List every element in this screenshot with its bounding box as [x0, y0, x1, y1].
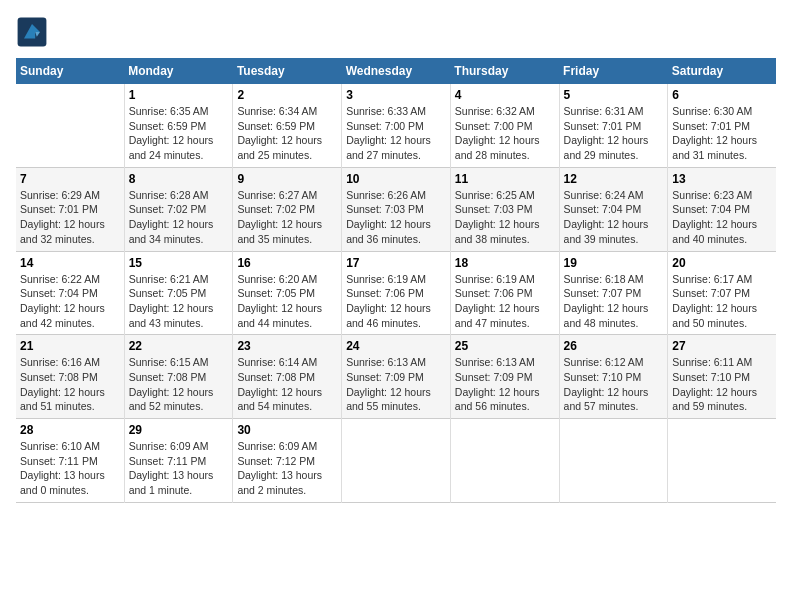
day-number: 2: [237, 88, 337, 102]
day-number: 13: [672, 172, 772, 186]
day-number: 22: [129, 339, 229, 353]
calendar-cell: 9Sunrise: 6:27 AMSunset: 7:02 PMDaylight…: [233, 167, 342, 251]
day-number: 24: [346, 339, 446, 353]
calendar-cell: 18Sunrise: 6:19 AMSunset: 7:06 PMDayligh…: [450, 251, 559, 335]
day-info: Sunrise: 6:23 AMSunset: 7:04 PMDaylight:…: [672, 188, 772, 247]
calendar-header-row: SundayMondayTuesdayWednesdayThursdayFrid…: [16, 58, 776, 84]
day-number: 1: [129, 88, 229, 102]
col-header-sunday: Sunday: [16, 58, 124, 84]
day-info: Sunrise: 6:19 AMSunset: 7:06 PMDaylight:…: [455, 272, 555, 331]
day-number: 12: [564, 172, 664, 186]
day-number: 18: [455, 256, 555, 270]
calendar-week-row: 1Sunrise: 6:35 AMSunset: 6:59 PMDaylight…: [16, 84, 776, 167]
logo-icon: [16, 16, 48, 48]
day-info: Sunrise: 6:30 AMSunset: 7:01 PMDaylight:…: [672, 104, 772, 163]
calendar-cell: 1Sunrise: 6:35 AMSunset: 6:59 PMDaylight…: [124, 84, 233, 167]
day-info: Sunrise: 6:22 AMSunset: 7:04 PMDaylight:…: [20, 272, 120, 331]
day-info: Sunrise: 6:12 AMSunset: 7:10 PMDaylight:…: [564, 355, 664, 414]
day-info: Sunrise: 6:13 AMSunset: 7:09 PMDaylight:…: [346, 355, 446, 414]
col-header-thursday: Thursday: [450, 58, 559, 84]
calendar-cell: [16, 84, 124, 167]
day-info: Sunrise: 6:31 AMSunset: 7:01 PMDaylight:…: [564, 104, 664, 163]
day-info: Sunrise: 6:33 AMSunset: 7:00 PMDaylight:…: [346, 104, 446, 163]
day-info: Sunrise: 6:09 AMSunset: 7:12 PMDaylight:…: [237, 439, 337, 498]
calendar-cell: 30Sunrise: 6:09 AMSunset: 7:12 PMDayligh…: [233, 419, 342, 503]
day-number: 27: [672, 339, 772, 353]
col-header-saturday: Saturday: [668, 58, 776, 84]
calendar-cell: 16Sunrise: 6:20 AMSunset: 7:05 PMDayligh…: [233, 251, 342, 335]
col-header-friday: Friday: [559, 58, 668, 84]
day-info: Sunrise: 6:15 AMSunset: 7:08 PMDaylight:…: [129, 355, 229, 414]
day-info: Sunrise: 6:28 AMSunset: 7:02 PMDaylight:…: [129, 188, 229, 247]
day-number: 25: [455, 339, 555, 353]
day-info: Sunrise: 6:20 AMSunset: 7:05 PMDaylight:…: [237, 272, 337, 331]
day-info: Sunrise: 6:27 AMSunset: 7:02 PMDaylight:…: [237, 188, 337, 247]
calendar-week-row: 14Sunrise: 6:22 AMSunset: 7:04 PMDayligh…: [16, 251, 776, 335]
day-number: 26: [564, 339, 664, 353]
calendar-week-row: 28Sunrise: 6:10 AMSunset: 7:11 PMDayligh…: [16, 419, 776, 503]
calendar-cell: 19Sunrise: 6:18 AMSunset: 7:07 PMDayligh…: [559, 251, 668, 335]
day-number: 7: [20, 172, 120, 186]
day-number: 15: [129, 256, 229, 270]
logo: [16, 16, 54, 48]
calendar-cell: 25Sunrise: 6:13 AMSunset: 7:09 PMDayligh…: [450, 335, 559, 419]
day-info: Sunrise: 6:17 AMSunset: 7:07 PMDaylight:…: [672, 272, 772, 331]
calendar-cell: 2Sunrise: 6:34 AMSunset: 6:59 PMDaylight…: [233, 84, 342, 167]
day-number: 23: [237, 339, 337, 353]
calendar-cell: 11Sunrise: 6:25 AMSunset: 7:03 PMDayligh…: [450, 167, 559, 251]
calendar-week-row: 7Sunrise: 6:29 AMSunset: 7:01 PMDaylight…: [16, 167, 776, 251]
calendar-cell: 27Sunrise: 6:11 AMSunset: 7:10 PMDayligh…: [668, 335, 776, 419]
day-info: Sunrise: 6:21 AMSunset: 7:05 PMDaylight:…: [129, 272, 229, 331]
day-info: Sunrise: 6:34 AMSunset: 6:59 PMDaylight:…: [237, 104, 337, 163]
day-number: 17: [346, 256, 446, 270]
calendar-cell: 15Sunrise: 6:21 AMSunset: 7:05 PMDayligh…: [124, 251, 233, 335]
day-info: Sunrise: 6:10 AMSunset: 7:11 PMDaylight:…: [20, 439, 120, 498]
col-header-monday: Monday: [124, 58, 233, 84]
calendar-cell: [559, 419, 668, 503]
day-number: 21: [20, 339, 120, 353]
day-number: 14: [20, 256, 120, 270]
calendar-cell: 20Sunrise: 6:17 AMSunset: 7:07 PMDayligh…: [668, 251, 776, 335]
day-number: 5: [564, 88, 664, 102]
calendar-cell: 8Sunrise: 6:28 AMSunset: 7:02 PMDaylight…: [124, 167, 233, 251]
calendar-cell: 29Sunrise: 6:09 AMSunset: 7:11 PMDayligh…: [124, 419, 233, 503]
calendar-cell: 26Sunrise: 6:12 AMSunset: 7:10 PMDayligh…: [559, 335, 668, 419]
day-info: Sunrise: 6:19 AMSunset: 7:06 PMDaylight:…: [346, 272, 446, 331]
calendar-cell: 14Sunrise: 6:22 AMSunset: 7:04 PMDayligh…: [16, 251, 124, 335]
day-number: 19: [564, 256, 664, 270]
calendar-cell: [450, 419, 559, 503]
calendar-cell: 23Sunrise: 6:14 AMSunset: 7:08 PMDayligh…: [233, 335, 342, 419]
calendar-cell: 12Sunrise: 6:24 AMSunset: 7:04 PMDayligh…: [559, 167, 668, 251]
calendar-cell: 13Sunrise: 6:23 AMSunset: 7:04 PMDayligh…: [668, 167, 776, 251]
col-header-tuesday: Tuesday: [233, 58, 342, 84]
calendar-cell: 22Sunrise: 6:15 AMSunset: 7:08 PMDayligh…: [124, 335, 233, 419]
day-number: 3: [346, 88, 446, 102]
page-header: [16, 16, 776, 48]
day-info: Sunrise: 6:09 AMSunset: 7:11 PMDaylight:…: [129, 439, 229, 498]
day-number: 9: [237, 172, 337, 186]
day-info: Sunrise: 6:35 AMSunset: 6:59 PMDaylight:…: [129, 104, 229, 163]
day-number: 28: [20, 423, 120, 437]
day-number: 8: [129, 172, 229, 186]
calendar-week-row: 21Sunrise: 6:16 AMSunset: 7:08 PMDayligh…: [16, 335, 776, 419]
day-info: Sunrise: 6:24 AMSunset: 7:04 PMDaylight:…: [564, 188, 664, 247]
day-info: Sunrise: 6:25 AMSunset: 7:03 PMDaylight:…: [455, 188, 555, 247]
day-info: Sunrise: 6:11 AMSunset: 7:10 PMDaylight:…: [672, 355, 772, 414]
day-info: Sunrise: 6:32 AMSunset: 7:00 PMDaylight:…: [455, 104, 555, 163]
day-info: Sunrise: 6:29 AMSunset: 7:01 PMDaylight:…: [20, 188, 120, 247]
calendar-cell: 7Sunrise: 6:29 AMSunset: 7:01 PMDaylight…: [16, 167, 124, 251]
day-number: 11: [455, 172, 555, 186]
calendar-cell: 21Sunrise: 6:16 AMSunset: 7:08 PMDayligh…: [16, 335, 124, 419]
calendar-cell: [342, 419, 451, 503]
calendar-cell: 17Sunrise: 6:19 AMSunset: 7:06 PMDayligh…: [342, 251, 451, 335]
day-number: 30: [237, 423, 337, 437]
calendar-cell: 5Sunrise: 6:31 AMSunset: 7:01 PMDaylight…: [559, 84, 668, 167]
day-number: 4: [455, 88, 555, 102]
day-number: 20: [672, 256, 772, 270]
col-header-wednesday: Wednesday: [342, 58, 451, 84]
day-info: Sunrise: 6:13 AMSunset: 7:09 PMDaylight:…: [455, 355, 555, 414]
calendar-table: SundayMondayTuesdayWednesdayThursdayFrid…: [16, 58, 776, 503]
calendar-cell: 4Sunrise: 6:32 AMSunset: 7:00 PMDaylight…: [450, 84, 559, 167]
day-info: Sunrise: 6:26 AMSunset: 7:03 PMDaylight:…: [346, 188, 446, 247]
calendar-cell: 6Sunrise: 6:30 AMSunset: 7:01 PMDaylight…: [668, 84, 776, 167]
